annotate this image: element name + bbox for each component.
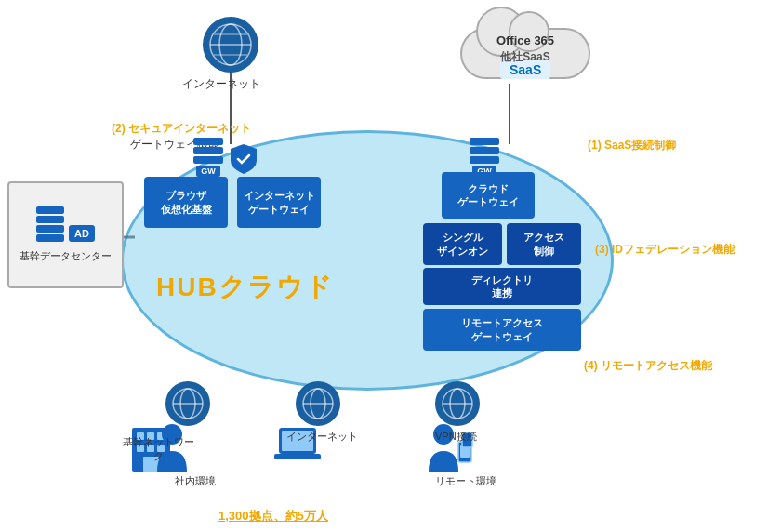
internet-circle-bottom bbox=[296, 381, 340, 426]
internet-top-label: インターネット bbox=[182, 76, 260, 92]
svg-rect-28 bbox=[274, 454, 321, 459]
globe-icon bbox=[207, 21, 254, 68]
dir-connect-box: ディレクトリ 連携 bbox=[423, 268, 581, 305]
gw-right-server: GW bbox=[470, 138, 499, 177]
internet-circle-top bbox=[203, 17, 258, 73]
gw-left-server: GW bbox=[193, 138, 223, 177]
shield-icon bbox=[231, 144, 257, 174]
access-ctrl-box: アクセス 制御 bbox=[507, 223, 581, 265]
backbone-network-label: 基幹ネットワーク bbox=[121, 435, 195, 464]
server-icons: AD bbox=[36, 206, 95, 242]
server-stack-1 bbox=[36, 206, 64, 242]
remote-env-label: リモート環境 bbox=[435, 474, 496, 488]
vpn-circle-icon bbox=[439, 385, 476, 422]
annotation-3: (3) IDフェデレーション機能 bbox=[595, 242, 735, 258]
annotation-4: (4) リモートアクセス機能 bbox=[584, 358, 712, 374]
network-circle-icon bbox=[169, 385, 206, 422]
vpn-circle bbox=[435, 381, 480, 426]
cloud-text: Office 365 他社SaaS bbox=[460, 33, 590, 65]
shield-container bbox=[231, 144, 257, 178]
annotation-1: (1) SaaS接続制御 bbox=[588, 138, 676, 153]
internet-circle-icon bbox=[299, 385, 337, 422]
remote-access-gw-box: リモートアクセス ゲートウェイ bbox=[423, 309, 581, 351]
internet-bottom-label: インターネット bbox=[286, 430, 358, 444]
cloud-gw-box: クラウド ゲートウェイ bbox=[442, 172, 535, 219]
count-label: 1,300拠点、約5万人 bbox=[218, 508, 328, 525]
gw-badge-left: GW bbox=[196, 166, 220, 177]
datacenter-box: AD 基幹データセンター bbox=[7, 181, 124, 288]
vpn-label: VPN接続 bbox=[435, 430, 477, 444]
browser-virt-box: ブラウザ 仮想化基盤 bbox=[144, 177, 228, 228]
hub-label: HUBクラウド bbox=[156, 270, 334, 305]
sso-box: シングル ザインオン bbox=[423, 223, 502, 265]
other-saas-label: 他社SaaS bbox=[460, 49, 590, 65]
internet-gw-box: インターネット ゲートウェイ bbox=[237, 177, 321, 228]
diagram: HUBクラウド Office 365 他社SaaS SaaS インターネット (… bbox=[0, 0, 781, 532]
datacenter-label: 基幹データセンター bbox=[20, 249, 112, 263]
network-circle-left bbox=[165, 381, 210, 426]
office365-label: Office 365 bbox=[460, 33, 590, 49]
ad-badge: AD bbox=[69, 225, 95, 242]
internal-env-label: 社内環境 bbox=[163, 474, 228, 488]
